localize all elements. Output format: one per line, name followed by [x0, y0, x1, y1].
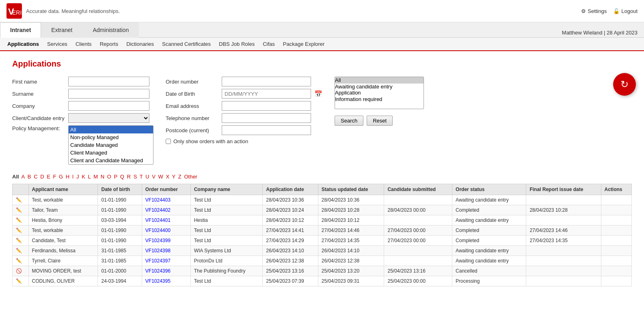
table-header: Applicant name Date of birth Order numbe…: [13, 184, 632, 195]
alpha-T[interactable]: T: [140, 174, 143, 180]
alpha-M[interactable]: M: [93, 174, 98, 180]
final-report: [526, 215, 601, 226]
reset-button[interactable]: Reset: [367, 116, 393, 126]
settings-link[interactable]: ⚙ Settings: [581, 8, 607, 14]
subnav-package-explorer[interactable]: Package Explorer: [279, 39, 329, 49]
order-number-link[interactable]: VF1024402: [145, 207, 171, 213]
action-checkbox[interactable]: [166, 139, 171, 144]
alpha-L[interactable]: L: [88, 174, 91, 180]
dob: 31-01-1985: [98, 256, 142, 266]
refresh-icon: ↻: [620, 79, 629, 90]
alpha-X[interactable]: X: [166, 174, 169, 180]
postcode-input[interactable]: [222, 125, 311, 135]
alpha-Z[interactable]: Z: [178, 174, 182, 180]
alpha-V[interactable]: V: [152, 174, 156, 180]
telephone-input[interactable]: [222, 113, 311, 123]
alpha-N[interactable]: N: [101, 174, 104, 180]
applicant-name: MOVING ORDER, test: [28, 266, 98, 276]
order-number-link[interactable]: VF1024398: [145, 248, 171, 254]
order-number-link[interactable]: VF1024401: [145, 217, 171, 223]
calendar-icon[interactable]: 📅: [314, 90, 322, 98]
dob: 03-03-1994: [98, 215, 142, 226]
alpha-B[interactable]: B: [28, 174, 31, 180]
edit-icon[interactable]: ✏️: [16, 258, 22, 264]
subnav-services[interactable]: Services: [43, 39, 71, 49]
order-number-link[interactable]: VF1024399: [145, 238, 171, 243]
dob: 31-01-1985: [98, 246, 142, 256]
alpha-H[interactable]: H: [66, 174, 69, 180]
nav-tabs: Intranet Extranet Administration: [0, 22, 139, 37]
company-input[interactable]: [68, 101, 149, 111]
subnav-scanned-certificates[interactable]: Scanned Certificates: [158, 39, 215, 49]
first-name-input[interactable]: [68, 77, 149, 86]
candidate-submitted: 27/04/2023 00:00: [384, 226, 452, 236]
order-number: VF1024397: [142, 256, 190, 266]
table-row: ✏️Candidate, Test01-01-1990VF1024399Test…: [13, 236, 632, 246]
subnav-cifas[interactable]: Cifas: [259, 39, 279, 49]
alpha-A[interactable]: A: [22, 174, 25, 180]
final-report: [526, 276, 601, 286]
order-number-input[interactable]: [222, 77, 311, 86]
client-candidate-select[interactable]: Client Candidate: [68, 113, 149, 123]
alpha-all[interactable]: All: [12, 174, 19, 180]
cancel-icon[interactable]: 🚫: [16, 268, 22, 274]
col-order-number: Order number: [142, 184, 190, 195]
alpha-E[interactable]: E: [47, 174, 50, 180]
alpha-other[interactable]: Other: [184, 174, 197, 180]
alpha-F[interactable]: F: [53, 174, 56, 180]
alpha-I[interactable]: I: [72, 174, 74, 180]
edit-icon[interactable]: ✏️: [16, 197, 22, 203]
subnav-reports[interactable]: Reports: [96, 39, 123, 49]
edit-icon[interactable]: ✏️: [16, 248, 22, 254]
dob-input[interactable]: [222, 89, 311, 99]
logo-area: V ERIFILE Accurate data. Meaningful rela…: [6, 3, 120, 19]
actions: [601, 195, 631, 205]
alpha-P[interactable]: P: [114, 174, 118, 180]
alpha-G[interactable]: G: [59, 174, 63, 180]
alpha-S[interactable]: S: [134, 174, 137, 180]
alpha-U[interactable]: U: [145, 174, 149, 180]
tab-intranet[interactable]: Intranet: [0, 22, 41, 38]
alpha-Y[interactable]: Y: [172, 174, 176, 180]
tab-administration[interactable]: Administration: [82, 22, 139, 38]
logout-link[interactable]: 🔓 Logout: [613, 8, 638, 14]
logout-icon: 🔓: [613, 8, 620, 14]
alpha-K[interactable]: K: [82, 174, 85, 180]
dob: 24-03-1994: [98, 276, 142, 286]
status-updated: 26/04/2023 12:38: [318, 256, 384, 266]
subnav-dictionaries[interactable]: Dictionaries: [122, 39, 158, 49]
col-final-report: Final Report issue date: [526, 184, 601, 195]
alpha-Q[interactable]: Q: [120, 174, 124, 180]
tab-extranet[interactable]: Extranet: [41, 22, 82, 38]
order-number-link[interactable]: VF1024403: [145, 197, 171, 203]
edit-icon[interactable]: ✏️: [16, 207, 22, 213]
subnav-dbs-job-roles[interactable]: DBS Job Roles: [215, 39, 259, 49]
postcode-label: Postcode (current): [166, 127, 218, 133]
email-input[interactable]: [222, 101, 311, 111]
surname-input[interactable]: [68, 89, 149, 99]
edit-icon[interactable]: ✏️: [16, 238, 22, 243]
alpha-C[interactable]: C: [34, 174, 37, 180]
alpha-R[interactable]: R: [127, 174, 131, 180]
order-number-link[interactable]: VF1024395: [145, 278, 171, 284]
final-report: [526, 195, 601, 205]
subnav-applications[interactable]: Applications: [3, 39, 43, 49]
status-updated: 25/04/2023 13:20: [318, 266, 384, 276]
order-number-link[interactable]: VF1024397: [145, 258, 171, 264]
order-number-link[interactable]: VF1024396: [145, 268, 171, 274]
subnav-clients[interactable]: Clients: [71, 39, 96, 49]
edit-icon[interactable]: ✏️: [16, 217, 22, 223]
company-name: Test Ltd: [190, 226, 263, 236]
actions: [601, 266, 631, 276]
alpha-J[interactable]: J: [76, 174, 79, 180]
policy-listbox[interactable]: All Non-policy Managed Candidate Managed…: [68, 125, 153, 165]
edit-icon[interactable]: ✏️: [16, 228, 22, 233]
order-number-link[interactable]: VF1024400: [145, 228, 171, 233]
edit-icon[interactable]: ✏️: [16, 278, 22, 284]
status-listbox[interactable]: All Awaiting candidate entry Application…: [335, 77, 424, 109]
alpha-D[interactable]: D: [40, 174, 44, 180]
search-button[interactable]: Search: [335, 116, 363, 126]
alpha-W[interactable]: W: [158, 174, 163, 180]
alpha-O[interactable]: O: [107, 174, 111, 180]
float-action-button[interactable]: ↻: [613, 73, 636, 96]
